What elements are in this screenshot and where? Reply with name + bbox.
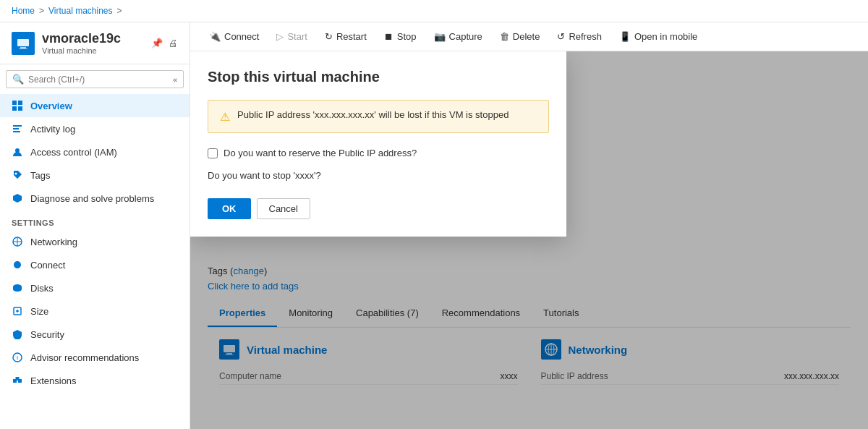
modal-actions: OK Cancel xyxy=(208,198,549,219)
ok-button[interactable]: OK xyxy=(208,198,251,219)
pin-icon[interactable]: 📌 xyxy=(151,38,163,48)
sidebar-item-connect[interactable]: Connect xyxy=(0,253,190,276)
warning-box: ⚠ Public IP address 'xxx.xxx.xxx.xx' wil… xyxy=(208,100,549,133)
mobile-icon: 📱 xyxy=(619,31,631,42)
sidebar-item-disks[interactable]: Disks xyxy=(0,276,190,300)
svg-text:i: i xyxy=(17,354,18,361)
print-icon[interactable]: 🖨 xyxy=(169,38,178,48)
sidebar-item-label: Access control (IAM) xyxy=(30,147,117,158)
extensions-icon xyxy=(12,375,23,386)
page-content: Stop this virtual machine ⚠ Public IP ad… xyxy=(190,51,868,429)
connect-icon: 🔌 xyxy=(209,31,221,42)
sidebar-item-access-control[interactable]: Access control (IAM) xyxy=(0,140,190,163)
modal-overlay: Stop this virtual machine ⚠ Public IP ad… xyxy=(190,51,868,429)
advisor-icon: i xyxy=(12,352,23,363)
sidebar-nav: Overview Activity log Access control (IA… xyxy=(0,94,190,429)
svg-rect-3 xyxy=(12,101,17,105)
start-icon: ▷ xyxy=(276,31,284,42)
warning-icon: ⚠ xyxy=(220,110,230,124)
svg-rect-0 xyxy=(17,39,29,46)
activity-log-icon xyxy=(12,123,23,135)
sidebar-item-label: Advisor recommendations xyxy=(30,352,139,363)
breadcrumb-home[interactable]: Home xyxy=(12,6,35,16)
restart-button[interactable]: ↻ Restart xyxy=(318,27,374,46)
confirm-text: Do you want to stop 'xxxx'? xyxy=(208,170,549,181)
sidebar-item-label: Security xyxy=(30,329,64,340)
svg-rect-5 xyxy=(12,106,17,111)
svg-rect-8 xyxy=(13,128,19,129)
vm-icon xyxy=(12,32,35,55)
disks-icon xyxy=(12,282,23,294)
stop-vm-modal: Stop this virtual machine ⚠ Public IP ad… xyxy=(190,51,566,237)
search-icon: 🔍 xyxy=(12,74,24,85)
search-box: 🔍 « xyxy=(6,70,184,88)
reserve-ip-checkbox[interactable] xyxy=(208,148,218,158)
vm-header: vmoracle19c Virtual machine 📌 🖨 xyxy=(0,22,190,64)
networking-icon xyxy=(12,236,23,247)
restart-icon: ↻ xyxy=(325,31,333,42)
sidebar-item-security[interactable]: Security xyxy=(0,323,190,346)
settings-section-label: Settings xyxy=(0,210,190,230)
breadcrumb-sep1: > xyxy=(39,6,44,16)
sidebar-item-networking[interactable]: Networking xyxy=(0,230,190,253)
sidebar-item-activity-log[interactable]: Activity log xyxy=(0,117,190,140)
collapse-icon[interactable]: « xyxy=(173,75,177,84)
connect-icon xyxy=(12,259,23,271)
sidebar-item-overview[interactable]: Overview xyxy=(0,94,190,117)
svg-rect-7 xyxy=(13,125,22,127)
sidebar-item-size[interactable]: Size xyxy=(0,300,190,323)
sidebar-item-label: Disks xyxy=(30,283,54,294)
open-in-mobile-button[interactable]: 📱 Open in mobile xyxy=(612,27,705,46)
stop-icon: ⏹ xyxy=(384,31,393,42)
svg-rect-4 xyxy=(18,101,22,105)
sidebar: vmoracle19c Virtual machine 📌 🖨 🔍 « xyxy=(0,22,190,429)
capture-icon: 📷 xyxy=(434,31,446,42)
sidebar-item-label: Extensions xyxy=(30,375,77,386)
svg-rect-2 xyxy=(19,48,27,49)
checkbox-row: Do you want to reserve the Public IP add… xyxy=(208,148,549,158)
sidebar-item-label: Diagnose and solve problems xyxy=(30,193,154,204)
toolbar: 🔌 Connect ▷ Start ↻ Restart ⏹ Stop 📷 xyxy=(190,22,868,51)
sidebar-item-label: Tags xyxy=(30,170,50,181)
breadcrumb-vms[interactable]: Virtual machines xyxy=(48,6,113,16)
breadcrumb-sep2: > xyxy=(117,6,122,16)
breadcrumb: Home > Virtual machines > xyxy=(0,0,868,22)
overview-icon xyxy=(12,100,23,111)
delete-button[interactable]: 🗑 Delete xyxy=(493,27,548,46)
content-area: 🔌 Connect ▷ Start ↻ Restart ⏹ Stop 📷 xyxy=(190,22,868,429)
svg-rect-1 xyxy=(20,47,26,48)
tags-icon xyxy=(12,169,23,181)
sidebar-item-label: Connect xyxy=(30,260,65,271)
size-icon xyxy=(12,305,23,317)
sidebar-item-diagnose[interactable]: Diagnose and solve problems xyxy=(0,187,190,210)
sidebar-item-label: Networking xyxy=(30,237,77,247)
svg-rect-6 xyxy=(18,106,22,111)
sidebar-item-label: Activity log xyxy=(30,124,75,135)
warning-text: Public IP address 'xxx.xxx.xxx.xx' will … xyxy=(237,109,509,120)
sidebar-item-tags[interactable]: Tags xyxy=(0,163,190,187)
cancel-button[interactable]: Cancel xyxy=(257,198,310,219)
vm-type: Virtual machine xyxy=(42,46,121,55)
reserve-ip-label: Do you want to reserve the Public IP add… xyxy=(224,148,417,158)
modal-title: Stop this virtual machine xyxy=(208,69,549,85)
sidebar-item-advisor[interactable]: i Advisor recommendations xyxy=(0,346,190,369)
sidebar-item-extensions[interactable]: Extensions xyxy=(0,369,190,392)
start-button[interactable]: ▷ Start xyxy=(269,27,314,46)
svg-rect-9 xyxy=(13,131,20,132)
sidebar-item-label: Size xyxy=(30,306,48,317)
access-control-icon xyxy=(12,146,23,158)
stop-button[interactable]: ⏹ Stop xyxy=(377,27,424,46)
capture-button[interactable]: 📷 Capture xyxy=(427,27,490,46)
refresh-icon: ↺ xyxy=(557,31,565,42)
sidebar-item-label: Overview xyxy=(30,101,72,111)
security-icon xyxy=(12,328,23,340)
vm-name: vmoracle19c xyxy=(42,31,121,46)
diagnose-icon xyxy=(12,192,23,204)
connect-button[interactable]: 🔌 Connect xyxy=(202,27,266,46)
delete-icon: 🗑 xyxy=(500,31,509,42)
search-input[interactable] xyxy=(28,75,158,85)
svg-rect-22 xyxy=(16,377,20,381)
refresh-button[interactable]: ↺ Refresh xyxy=(550,27,609,46)
